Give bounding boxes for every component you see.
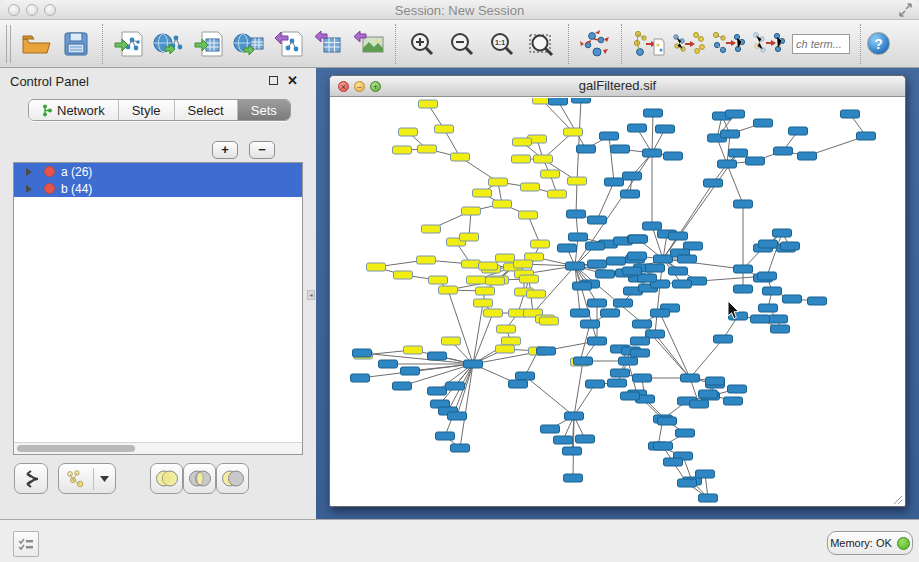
network-node-blue[interactable] <box>611 145 630 153</box>
network-node-blue[interactable] <box>631 349 650 357</box>
search-input[interactable] <box>792 34 850 54</box>
network-edge[interactable] <box>727 164 743 204</box>
union-sets-button[interactable] <box>150 463 183 494</box>
network-node-blue[interactable] <box>401 367 420 375</box>
network-node-blue[interactable] <box>567 210 586 218</box>
network-node-blue[interactable] <box>773 229 792 237</box>
network-node-yellow[interactable] <box>439 286 458 294</box>
network-node-blue[interactable] <box>588 216 607 224</box>
task-history-button[interactable] <box>13 531 39 557</box>
network-node-blue[interactable] <box>588 260 607 268</box>
network-edge[interactable] <box>652 113 653 153</box>
network-node-blue[interactable] <box>569 233 588 241</box>
open-session-button[interactable] <box>16 23 56 65</box>
network-node-blue[interactable] <box>690 400 709 408</box>
memory-status-button[interactable]: Memory: OK <box>827 531 913 555</box>
network-node-blue[interactable] <box>669 267 688 275</box>
export-table-button[interactable] <box>309 23 349 65</box>
difference-networks-button[interactable] <box>748 23 788 65</box>
set-row-a[interactable]: a (26) <box>14 163 302 180</box>
network-node-blue[interactable] <box>631 337 650 345</box>
network-node-blue[interactable] <box>623 267 642 275</box>
network-node-yellow[interactable] <box>435 125 454 133</box>
apply-layout-button[interactable] <box>575 23 615 65</box>
network-node-blue[interactable] <box>676 429 695 437</box>
network-node-yellow[interactable] <box>393 146 412 154</box>
network-node-blue[interactable] <box>789 127 808 135</box>
network-node-blue[interactable] <box>669 232 688 240</box>
expander-icon[interactable] <box>26 168 32 176</box>
network-node-yellow[interactable] <box>399 128 418 136</box>
network-node-blue[interactable] <box>769 315 788 323</box>
network-node-blue[interactable] <box>771 325 790 333</box>
network-node-blue[interactable] <box>571 309 590 317</box>
network-node-blue[interactable] <box>554 436 573 444</box>
network-node-yellow[interactable] <box>418 145 437 153</box>
network-node-blue[interactable] <box>586 380 605 388</box>
network-node-blue[interactable] <box>699 390 718 398</box>
network-node-blue[interactable] <box>644 109 663 117</box>
close-panel-icon[interactable]: ✕ <box>287 73 298 88</box>
add-set-button[interactable]: + <box>212 141 238 159</box>
network-node-yellow[interactable] <box>513 138 532 146</box>
network-frame[interactable]: × − + galFiltered.sif <box>329 75 906 507</box>
network-node-yellow[interactable] <box>489 178 508 186</box>
network-node-yellow[interactable] <box>540 317 559 325</box>
network-node-blue[interactable] <box>673 280 692 288</box>
network-node-blue[interactable] <box>628 124 647 132</box>
network-node-blue[interactable] <box>781 242 800 250</box>
network-node-blue[interactable] <box>566 262 585 270</box>
sets-list[interactable]: a (26) b (44) <box>13 162 303 455</box>
network-node-yellow[interactable] <box>534 155 553 163</box>
network-node-blue[interactable] <box>428 352 447 360</box>
toolbar-grip[interactable] <box>6 25 11 63</box>
network-node-blue[interactable] <box>798 152 817 160</box>
network-node-blue[interactable] <box>729 149 748 157</box>
tab-select[interactable]: Select <box>175 100 238 120</box>
network-node-blue[interactable] <box>464 360 483 368</box>
network-node-blue[interactable] <box>605 178 624 186</box>
network-node-yellow[interactable] <box>476 287 495 295</box>
network-node-blue[interactable] <box>601 309 620 317</box>
network-node-blue[interactable] <box>588 337 607 345</box>
scrollbar-thumb[interactable] <box>17 445 135 452</box>
network-node-yellow[interactable] <box>497 325 516 333</box>
frame-resize-grip[interactable] <box>891 493 903 505</box>
network-node-blue[interactable] <box>541 425 560 433</box>
network-node-blue[interactable] <box>565 412 584 420</box>
tab-network[interactable]: Network <box>29 100 119 120</box>
network-node-blue[interactable] <box>664 458 683 466</box>
network-node-blue[interactable] <box>726 110 745 118</box>
network-node-blue[interactable] <box>573 282 592 290</box>
network-node-blue[interactable] <box>564 474 583 482</box>
network-node-yellow[interactable] <box>460 233 479 241</box>
network-node-yellow[interactable] <box>496 254 515 262</box>
network-node-blue[interactable] <box>628 252 647 260</box>
network-node-yellow[interactable] <box>514 260 533 268</box>
zoom-actual-size-button[interactable]: 1:1 <box>482 23 522 65</box>
window-titlebar[interactable]: Session: New Session <box>0 0 919 20</box>
network-edge[interactable] <box>448 290 473 364</box>
network-node-blue[interactable] <box>596 270 615 278</box>
export-network-button[interactable] <box>269 23 309 65</box>
network-node-blue[interactable] <box>509 380 528 388</box>
network-node-yellow[interactable] <box>429 276 448 284</box>
network-edge[interactable] <box>609 136 614 182</box>
network-node-blue[interactable] <box>721 130 740 138</box>
network-node-yellow[interactable] <box>520 275 539 283</box>
horizontal-scrollbar[interactable] <box>14 442 302 454</box>
network-node-blue[interactable] <box>706 377 725 385</box>
network-node-blue[interactable] <box>451 444 470 452</box>
network-node-yellow[interactable] <box>531 240 550 248</box>
network-node-blue[interactable] <box>643 222 662 230</box>
network-node-blue[interactable] <box>537 347 556 355</box>
network-node-blue[interactable] <box>428 387 447 395</box>
split-sets-button[interactable] <box>14 463 48 494</box>
tab-style[interactable]: Style <box>119 100 175 120</box>
network-node-blue[interactable] <box>724 397 743 405</box>
network-node-blue[interactable] <box>623 172 642 180</box>
network-node-yellow[interactable] <box>479 262 498 270</box>
network-frame-titlebar[interactable]: × − + galFiltered.sif <box>330 76 905 97</box>
network-node-blue[interactable] <box>607 257 626 265</box>
network-node-blue[interactable] <box>379 360 398 368</box>
